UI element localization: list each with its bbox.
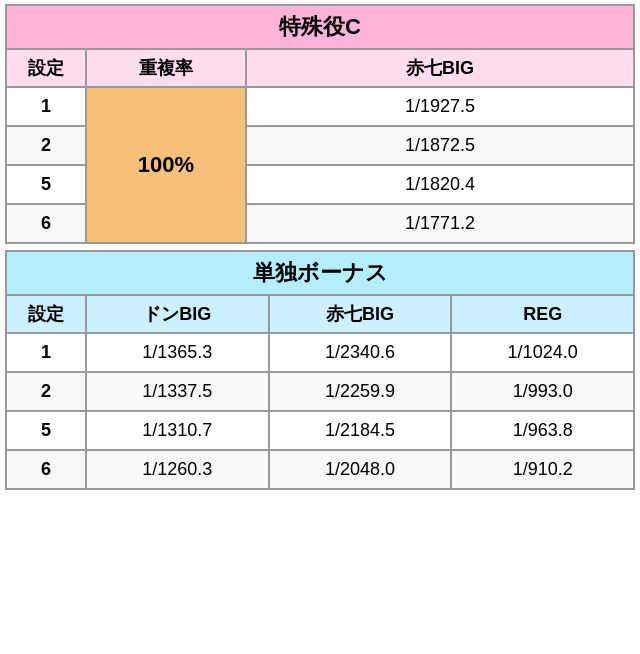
section2-title-row: 単独ボーナス bbox=[6, 251, 634, 295]
section2-reg-2: 1/963.8 bbox=[451, 411, 634, 450]
section1-title-row: 特殊役C bbox=[6, 5, 634, 49]
section2-row-2: 5 1/1310.7 1/2184.5 1/963.8 bbox=[6, 411, 634, 450]
section2-donbig-0: 1/1365.3 bbox=[86, 333, 269, 372]
section2-col-header: 設定 ドンBIG 赤七BIG REG bbox=[6, 295, 634, 333]
section2-row-3: 6 1/1260.3 1/2048.0 1/910.2 bbox=[6, 450, 634, 489]
section2-col-setting: 設定 bbox=[6, 295, 86, 333]
section2-setting-0: 1 bbox=[6, 333, 86, 372]
section2-setting-3: 6 bbox=[6, 450, 86, 489]
section2-table: 単独ボーナス 設定 ドンBIG 赤七BIG REG 1 1/1365.3 1/2… bbox=[5, 250, 635, 490]
section1-aka7big-0: 1/1927.5 bbox=[246, 87, 634, 126]
section1-juufuku-value: 100% bbox=[86, 87, 246, 243]
section1-aka7big-1: 1/1872.5 bbox=[246, 126, 634, 165]
section1-col-header: 設定 重複率 赤七BIG bbox=[6, 49, 634, 87]
section1-setting-0: 1 bbox=[6, 87, 86, 126]
section1-title: 特殊役C bbox=[6, 5, 634, 49]
page-wrapper: 特殊役C 設定 重複率 赤七BIG 1 100% 1/1927.5 2 1/18… bbox=[5, 4, 635, 490]
section2-title: 単独ボーナス bbox=[6, 251, 634, 295]
section1-aka7big-3: 1/1771.2 bbox=[246, 204, 634, 243]
section2-reg-0: 1/1024.0 bbox=[451, 333, 634, 372]
section2-setting-1: 2 bbox=[6, 372, 86, 411]
section1-row-0: 1 100% 1/1927.5 bbox=[6, 87, 634, 126]
section2-row-0: 1 1/1365.3 1/2340.6 1/1024.0 bbox=[6, 333, 634, 372]
section2-donbig-3: 1/1260.3 bbox=[86, 450, 269, 489]
section2-col-aka7big: 赤七BIG bbox=[269, 295, 452, 333]
section1-col-juufuku: 重複率 bbox=[86, 49, 246, 87]
section2-donbig-2: 1/1310.7 bbox=[86, 411, 269, 450]
section2-col-reg: REG bbox=[451, 295, 634, 333]
section1-setting-1: 2 bbox=[6, 126, 86, 165]
section2-aka7big-3: 1/2048.0 bbox=[269, 450, 452, 489]
section2-reg-3: 1/910.2 bbox=[451, 450, 634, 489]
section1-col-setting: 設定 bbox=[6, 49, 86, 87]
section1-table: 特殊役C 設定 重複率 赤七BIG 1 100% 1/1927.5 2 1/18… bbox=[5, 4, 635, 244]
section2-aka7big-2: 1/2184.5 bbox=[269, 411, 452, 450]
section2-aka7big-1: 1/2259.9 bbox=[269, 372, 452, 411]
section2-donbig-1: 1/1337.5 bbox=[86, 372, 269, 411]
section2-col-donbig: ドンBIG bbox=[86, 295, 269, 333]
section2-reg-1: 1/993.0 bbox=[451, 372, 634, 411]
section1-setting-3: 6 bbox=[6, 204, 86, 243]
section2-row-1: 2 1/1337.5 1/2259.9 1/993.0 bbox=[6, 372, 634, 411]
section2-setting-2: 5 bbox=[6, 411, 86, 450]
section2-aka7big-0: 1/2340.6 bbox=[269, 333, 452, 372]
section1-aka7big-2: 1/1820.4 bbox=[246, 165, 634, 204]
section1-col-aka7big: 赤七BIG bbox=[246, 49, 634, 87]
section1-setting-2: 5 bbox=[6, 165, 86, 204]
